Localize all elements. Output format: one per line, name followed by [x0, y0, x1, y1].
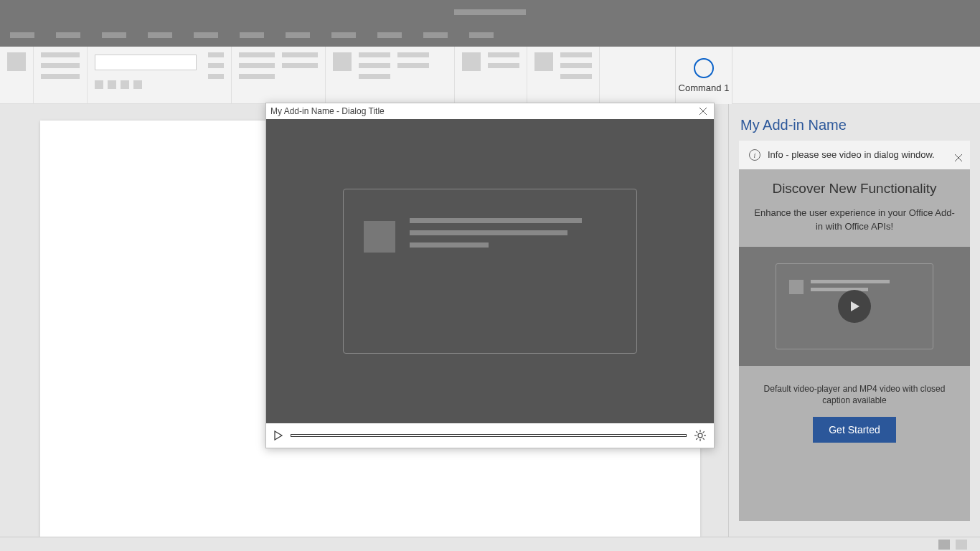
ribbon-group	[88, 47, 232, 103]
taskpane-content: i Info - please see video in dialog wind…	[739, 141, 970, 521]
ribbon-button[interactable]	[282, 52, 318, 57]
video-placeholder-card	[343, 189, 637, 354]
ribbon-button[interactable]	[208, 52, 224, 57]
ribbon-button[interactable]	[488, 63, 519, 68]
ribbon-combobox[interactable]	[95, 55, 197, 70]
info-close-button[interactable]	[954, 152, 963, 165]
dialog-title: My Add-in Name - Dialog Title	[270, 106, 385, 116]
ribbon-group	[455, 47, 527, 103]
video-thumb-placeholder	[789, 280, 804, 294]
placeholder-lines	[410, 218, 616, 248]
ribbon-button[interactable]	[560, 63, 592, 68]
ribbon-button[interactable]	[534, 52, 553, 71]
taskpane-title: My Add-in Name	[729, 104, 980, 141]
svg-marker-2	[275, 431, 282, 440]
ribbon-group	[0, 47, 34, 103]
status-bar	[0, 537, 980, 551]
ribbon-button[interactable]	[560, 74, 592, 79]
get-started-button[interactable]: Get Started	[813, 417, 896, 443]
ribbon-button[interactable]	[488, 52, 519, 57]
titlebar-placeholder	[454, 9, 526, 15]
ribbon-tab[interactable]	[194, 32, 218, 38]
play-button[interactable]	[273, 430, 283, 441]
ribbon: Command 1	[0, 47, 980, 104]
view-button[interactable]	[938, 540, 950, 550]
info-bar: i Info - please see video in dialog wind…	[739, 141, 970, 169]
ribbon-button[interactable]	[560, 52, 592, 57]
svg-point-3	[698, 433, 702, 438]
ribbon-button[interactable]	[282, 63, 318, 68]
ribbon-tab[interactable]	[56, 32, 80, 38]
addin-command-button[interactable]: Command 1	[675, 47, 732, 104]
ribbon-button[interactable]	[239, 52, 275, 57]
play-icon	[848, 300, 861, 313]
play-button[interactable]	[838, 290, 871, 323]
video-player[interactable]	[266, 119, 714, 423]
svg-line-11	[696, 438, 697, 440]
ribbon-button[interactable]	[359, 63, 390, 68]
ribbon-tab[interactable]	[469, 32, 494, 38]
svg-line-10	[703, 431, 705, 433]
ribbon-button[interactable]	[41, 74, 80, 79]
video-caption: Default video-player and MP4 video with …	[739, 366, 970, 418]
addin-command-label: Command 1	[679, 83, 730, 93]
taskpane-video[interactable]	[739, 247, 970, 366]
svg-line-8	[696, 431, 697, 433]
ribbon-tab[interactable]	[10, 32, 34, 38]
play-icon	[273, 430, 283, 441]
window-titlebar	[0, 0, 980, 24]
video-settings-button[interactable]	[694, 429, 707, 442]
ribbon-button[interactable]	[208, 63, 224, 68]
ribbon-button[interactable]	[397, 63, 429, 68]
ribbon-tab[interactable]	[331, 32, 356, 38]
addin-dialog: My Add-in Name - Dialog Title	[265, 103, 715, 448]
view-button[interactable]	[956, 540, 967, 550]
circle-icon	[694, 58, 714, 78]
svg-marker-14	[851, 301, 859, 311]
ribbon-button[interactable]	[359, 52, 390, 57]
ribbon-group	[232, 47, 326, 103]
ribbon-group	[34, 47, 88, 103]
ribbon-tab[interactable]	[377, 32, 402, 38]
ribbon-button[interactable]	[41, 63, 80, 68]
ribbon-tabbar	[0, 24, 980, 47]
addin-taskpane: My Add-in Name i Info - please see video…	[728, 104, 980, 537]
close-icon	[699, 107, 707, 116]
ribbon-button[interactable]	[133, 80, 142, 89]
ribbon-button[interactable]	[7, 52, 26, 71]
info-text: Info - please see video in dialog window…	[768, 149, 960, 160]
info-icon: i	[749, 149, 760, 161]
close-icon	[954, 154, 963, 162]
taskpane-hero: Discover New Functionality Enhance the u…	[739, 169, 970, 247]
video-progress-bar[interactable]	[291, 434, 687, 437]
ribbon-button[interactable]	[239, 74, 275, 79]
ribbon-button[interactable]	[359, 74, 390, 79]
video-thumb-placeholder	[364, 221, 395, 253]
ribbon-button[interactable]	[397, 52, 429, 57]
ribbon-button[interactable]	[208, 74, 224, 79]
ribbon-group	[527, 47, 600, 103]
ribbon-button[interactable]	[108, 80, 116, 89]
ribbon-button[interactable]	[239, 63, 275, 68]
ribbon-button[interactable]	[95, 80, 103, 89]
taskpane-heading: Discover New Functionality	[752, 181, 957, 197]
ribbon-button[interactable]	[121, 80, 129, 89]
svg-line-9	[703, 438, 705, 440]
ribbon-button[interactable]	[462, 52, 481, 71]
dialog-close-button[interactable]	[697, 105, 710, 118]
ribbon-group	[326, 47, 455, 103]
gear-icon	[694, 429, 707, 442]
ribbon-tab[interactable]	[286, 32, 310, 38]
ribbon-tab[interactable]	[148, 32, 172, 38]
dialog-header: My Add-in Name - Dialog Title	[266, 103, 714, 119]
ribbon-tab[interactable]	[102, 32, 126, 38]
video-controls	[266, 423, 714, 448]
ribbon-tab[interactable]	[240, 32, 264, 38]
ribbon-tab[interactable]	[423, 32, 448, 38]
taskpane-body: Enhance the user experience in your Offi…	[752, 207, 957, 234]
ribbon-button[interactable]	[333, 52, 352, 71]
ribbon-button[interactable]	[41, 52, 80, 57]
view-switcher	[938, 540, 967, 550]
